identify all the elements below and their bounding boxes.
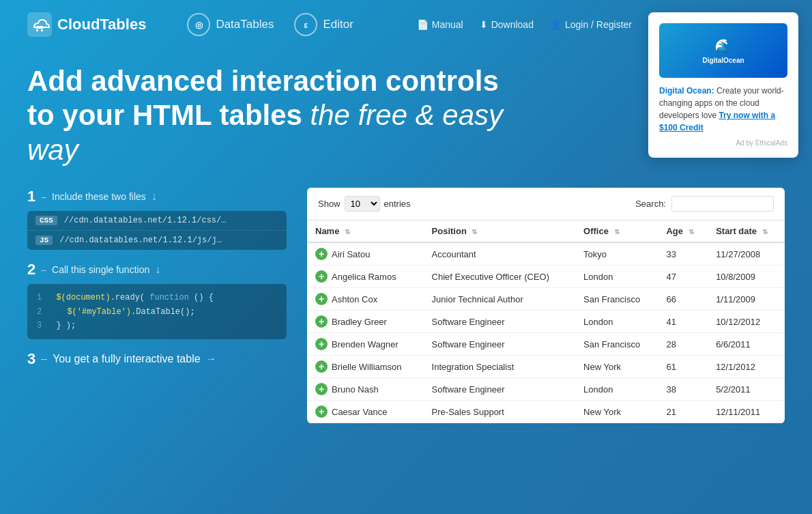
code-line-2: 2 $('#myTable').DataTable(); [37,305,277,319]
table-row: + Brenden Wagner Software Engineer San F… [307,333,785,356]
name-value: Caesar Vance [332,407,387,417]
sort-icon-start-date: ⇅ [762,228,768,235]
add-row-icon[interactable]: + [315,360,328,373]
step-2-header: 2 – Call this single function ↓ [27,261,287,279]
editor-label: Editor [323,18,353,31]
cell-age: 47 [658,266,708,288]
add-row-icon[interactable]: + [315,315,328,328]
add-row-icon[interactable]: + [315,405,328,418]
name-value: Brenden Wagner [332,339,398,349]
step-2-code: 1 $(document).ready( function () { 2 $('… [27,284,287,339]
name-value: Airi Satou [332,249,370,259]
step-2: 2 – Call this single function ↓ 1 $(docu… [27,261,287,339]
datatables-label: DataTables [216,18,274,31]
col-age[interactable]: Age ⇅ [658,220,708,243]
css-include: CSS //cdn.datatables.net/1.12.1/css/jque… [27,211,287,231]
add-row-icon[interactable]: + [315,338,328,350]
cell-age: 61 [658,356,708,378]
cell-office: London [575,266,658,288]
cell-office: New York [575,356,658,378]
datatables-icon: ◎ [187,13,210,36]
cell-start-date: 12/11/2011 [708,401,785,423]
cell-position: Pre-Sales Support [424,401,576,423]
cell-age: 38 [658,378,708,401]
col-start-date[interactable]: Start date ⇅ [708,220,785,243]
cell-position: Software Engineer [424,311,576,333]
code-line-1: 1 $(document).ready( function () { [37,291,277,304]
svg-rect-2 [36,29,38,31]
ad-footer: Ad by EthicalAds [659,139,787,147]
cell-start-date: 11/27/2008 [708,242,785,266]
cell-start-date: 5/2/2011 [708,378,785,401]
table-search-input[interactable] [671,196,774,212]
add-row-icon[interactable]: + [315,270,328,283]
add-row-icon[interactable]: + [315,383,328,395]
cell-start-date: 1/11/2009 [708,288,785,311]
cell-office: Tokyo [575,242,658,266]
manual-link[interactable]: 📄 Manual [417,19,463,30]
user-icon: 👤 [550,19,562,30]
step-3: 3 – You get a fully interactive table → [27,350,287,368]
brand-nav: ◎ DataTables ε Editor [187,13,353,36]
cell-name: + Bruno Nash [307,378,424,401]
cell-office: San Francisco [575,288,658,311]
cell-name: + Ashton Cox [307,288,424,311]
cell-age: 66 [658,288,708,311]
sort-icon-age: ⇅ [688,228,694,235]
col-position[interactable]: Position ⇅ [424,220,576,243]
cell-name: + Brielle Williamson [307,356,424,378]
step-1: 1 – Include these two files ↓ CSS //cdn.… [27,188,287,250]
file-icon: 📄 [417,19,429,30]
name-value: Angelica Ramos [332,272,396,282]
sort-icon-office: ⇅ [614,228,620,235]
login-link[interactable]: 👤 Login / Register [550,19,632,30]
sort-icon-position: ⇅ [472,228,477,235]
cell-name: + Brenden Wagner [307,333,424,356]
cell-name: + Caesar Vance [307,401,424,423]
entries-label: entries [384,199,411,209]
steps-section: 1 – Include these two files ↓ CSS //cdn.… [27,188,287,379]
col-name[interactable]: Name ⇅ [307,220,424,243]
cell-age: 28 [658,333,708,356]
sort-icon-name: ⇅ [345,228,350,235]
cell-position: Integration Specialist [424,356,576,378]
table-row: + Brielle Williamson Integration Special… [307,356,785,378]
cell-age: 21 [658,401,708,423]
ad-image: 🌊 DigitalOcean [659,23,787,78]
add-row-icon[interactable]: + [315,293,328,305]
show-select[interactable]: 10 25 50 100 [345,196,380,212]
table-row: + Airi Satou Accountant Tokyo 33 11/27/2… [307,242,785,266]
download-icon: ⬇ [480,19,488,30]
datatables-brand[interactable]: ◎ DataTables [187,13,274,36]
table-row: + Bradley Greer Software Engineer London… [307,311,785,333]
cell-age: 41 [658,311,708,333]
editor-brand[interactable]: ε Editor [294,13,353,36]
cell-start-date: 10/8/2009 [708,266,785,288]
hero-heading: Add advanced interaction controls to you… [27,64,505,167]
cell-start-date: 12/1/2012 [708,356,785,378]
data-table: Name ⇅ Position ⇅ Office ⇅ Age ⇅ [307,220,785,423]
name-value: Bruno Nash [332,384,379,395]
table-row: + Caesar Vance Pre-Sales Support New Yor… [307,401,785,423]
table-controls: Show 10 25 50 100 entries Search: [307,188,785,220]
header-row: Name ⇅ Position ⇅ Office ⇅ Age ⇅ [307,220,785,243]
show-entries: Show 10 25 50 100 entries [318,196,411,212]
cell-name: + Bradley Greer [307,311,424,333]
step-1-header: 1 – Include these two files ↓ [27,188,287,205]
table-body: + Airi Satou Accountant Tokyo 33 11/27/2… [307,242,785,423]
svg-rect-3 [41,29,43,31]
table-head: Name ⇅ Position ⇅ Office ⇅ Age ⇅ [307,220,785,243]
add-row-icon[interactable]: + [315,248,328,260]
cell-name: + Angelica Ramos [307,266,424,288]
col-office[interactable]: Office ⇅ [575,220,658,243]
name-value: Brielle Williamson [332,362,402,372]
cell-name: + Airi Satou [307,242,424,266]
name-value: Ashton Cox [332,294,377,304]
code-line-3: 3 } ); [37,319,277,332]
js-include: JS //cdn.datatables.net/1.12.1/js/jquery… [27,231,287,250]
cloudtables-logo[interactable]: CloudTables [27,12,146,37]
table-row: + Bruno Nash Software Engineer London 38… [307,378,785,401]
download-link[interactable]: ⬇ Download [480,19,534,30]
cell-office: London [575,311,658,333]
show-label: Show [318,199,340,209]
